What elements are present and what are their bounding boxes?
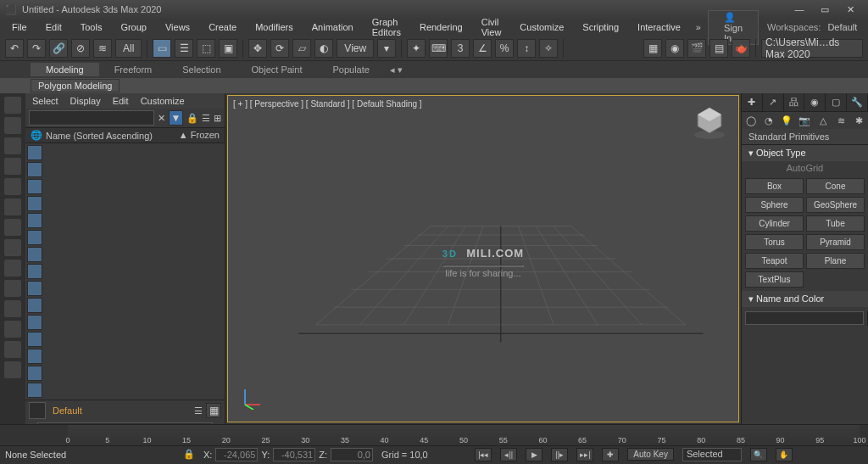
- menu-rendering[interactable]: Rendering: [411, 20, 471, 34]
- strip-icon[interactable]: [4, 198, 21, 215]
- next-frame-button[interactable]: ||▸: [551, 448, 568, 461]
- layer-list-icon[interactable]: ☰: [194, 405, 203, 416]
- ribbon-tab-selection[interactable]: Selection: [167, 63, 236, 76]
- link-button[interactable]: 🔗: [49, 39, 68, 58]
- filter-icon[interactable]: [27, 230, 42, 245]
- menu-edit[interactable]: Edit: [37, 20, 70, 34]
- redo-button[interactable]: ↷: [27, 39, 46, 58]
- hierarchy-tab[interactable]: 品: [784, 93, 805, 111]
- lock-filter-icon[interactable]: 🔒: [186, 113, 198, 124]
- geosphere-button[interactable]: GeoSphere: [806, 197, 865, 213]
- prev-frame-button[interactable]: ◂||: [500, 448, 517, 461]
- undo-button[interactable]: ↶: [5, 39, 24, 58]
- goto-end-button[interactable]: ▸▸|: [576, 448, 593, 461]
- filter-icon[interactable]: [27, 383, 42, 398]
- pyramid-button[interactable]: Pyramid: [806, 234, 865, 250]
- pivot-center-button[interactable]: ▾: [377, 39, 396, 58]
- menu-scripting[interactable]: Scripting: [574, 20, 627, 34]
- filter-icon[interactable]: [27, 281, 42, 296]
- nav-tool-icon[interactable]: 🔍: [750, 448, 767, 461]
- menu-group[interactable]: Group: [112, 20, 155, 34]
- tube-button[interactable]: Tube: [806, 215, 865, 232]
- material-editor-button[interactable]: ◉: [665, 39, 684, 58]
- strip-icon[interactable]: [4, 219, 21, 236]
- select-region-rect-button[interactable]: ⬚: [197, 39, 215, 58]
- strip-icon[interactable]: [4, 300, 21, 317]
- nav-tool-icon[interactable]: ✋: [776, 448, 793, 461]
- spinner-snap-button[interactable]: ↕: [517, 39, 536, 58]
- display-tab[interactable]: ▢: [826, 93, 847, 111]
- view-options-icon[interactable]: ☰: [202, 113, 210, 124]
- strip-icon[interactable]: [4, 361, 21, 378]
- render-frame-button[interactable]: ▤: [709, 39, 728, 58]
- shapes-category-icon[interactable]: ◔: [760, 112, 777, 129]
- box-button[interactable]: Box: [745, 178, 804, 194]
- display-options-icon[interactable]: ⊞: [214, 113, 221, 124]
- snap-toggle-button[interactable]: 3: [451, 39, 470, 58]
- menu-animation[interactable]: Animation: [303, 20, 362, 34]
- ref-coord-dropdown[interactable]: View: [337, 39, 374, 58]
- scene-filter-input[interactable]: [29, 110, 154, 126]
- sphere-button[interactable]: Sphere: [745, 197, 804, 213]
- geometry-category-icon[interactable]: ◯: [742, 112, 760, 129]
- rotate-button[interactable]: ⟳: [270, 39, 289, 58]
- project-path-display[interactable]: C:\Users\Mi…ds Max 2020: [761, 39, 863, 58]
- textplus-button[interactable]: TextPlus: [745, 271, 804, 288]
- z-coord-input[interactable]: [331, 448, 373, 461]
- unlink-button[interactable]: ⊘: [71, 39, 90, 58]
- select-by-name-button[interactable]: ☰: [175, 39, 193, 58]
- scene-menu-select[interactable]: Select: [32, 96, 58, 106]
- strip-icon[interactable]: [4, 137, 21, 154]
- motion-tab[interactable]: ◉: [804, 93, 826, 111]
- strip-icon[interactable]: [4, 260, 21, 277]
- strip-icon[interactable]: [4, 341, 21, 358]
- strip-icon[interactable]: [4, 97, 21, 114]
- manipulate-button[interactable]: ✦: [407, 39, 426, 58]
- play-button[interactable]: ▶: [526, 448, 542, 461]
- strip-icon[interactable]: [4, 117, 21, 134]
- menu-overflow-icon[interactable]: »: [696, 22, 701, 32]
- rollout-name-color[interactable]: Name and Color: [742, 291, 868, 307]
- filter-icon[interactable]: [27, 179, 42, 194]
- utilities-tab[interactable]: 🔧: [847, 93, 868, 111]
- selection-filter-dropdown[interactable]: All: [115, 39, 142, 58]
- clear-filter-icon[interactable]: ✕: [158, 113, 165, 124]
- menu-file[interactable]: File: [3, 20, 36, 34]
- strip-icon[interactable]: [4, 321, 21, 338]
- filter-icon[interactable]: [27, 366, 42, 381]
- filter-icon[interactable]: [27, 247, 42, 262]
- scene-tree[interactable]: [44, 143, 225, 400]
- scene-menu-edit[interactable]: Edit: [113, 96, 129, 106]
- scene-menu-customize[interactable]: Customize: [141, 96, 185, 106]
- teapot-button[interactable]: Teapot: [745, 253, 804, 269]
- ribbon-tab-object-paint[interactable]: Object Paint: [236, 63, 318, 76]
- col-name-header[interactable]: Name (Sorted Ascending): [46, 131, 153, 141]
- spacewarps-category-icon[interactable]: ≋: [832, 112, 849, 129]
- strip-icon[interactable]: [4, 178, 21, 195]
- cameras-category-icon[interactable]: 📷: [796, 112, 814, 129]
- menu-tools[interactable]: Tools: [72, 20, 111, 34]
- scene-menu-display[interactable]: Display: [70, 96, 101, 106]
- ribbon-tab-modeling[interactable]: Modeling: [31, 63, 99, 76]
- timeline-ruler[interactable]: 0510152025303540455055606570758085909510…: [68, 425, 860, 445]
- filter-icon[interactable]: [27, 298, 42, 313]
- cone-button[interactable]: Cone: [806, 178, 865, 194]
- strip-icon[interactable]: [4, 280, 21, 297]
- schematic-view-button[interactable]: ▦: [643, 39, 662, 58]
- y-coord-input[interactable]: [273, 448, 315, 461]
- cylinder-button[interactable]: Cylinder: [745, 215, 804, 232]
- lights-category-icon[interactable]: 💡: [778, 112, 796, 129]
- ribbon-tab-populate[interactable]: Populate: [317, 63, 384, 76]
- object-name-input[interactable]: [745, 311, 864, 325]
- workspaces-dropdown[interactable]: Default: [827, 22, 865, 32]
- strip-icon[interactable]: [4, 158, 21, 175]
- auto-key-button[interactable]: Auto Key: [627, 448, 674, 461]
- filter-icon[interactable]: [27, 196, 42, 211]
- menu-modifiers[interactable]: Modifiers: [247, 20, 302, 34]
- ribbon-tab-freeform[interactable]: Freeform: [99, 63, 168, 76]
- close-button[interactable]: ✕: [837, 1, 863, 18]
- ribbon-collapse-icon[interactable]: ◂ ▾: [390, 64, 403, 75]
- filter-icon[interactable]: [27, 349, 42, 364]
- menu-graph-editors[interactable]: Graph Editors: [364, 15, 409, 39]
- maximize-button[interactable]: ▭: [812, 1, 837, 18]
